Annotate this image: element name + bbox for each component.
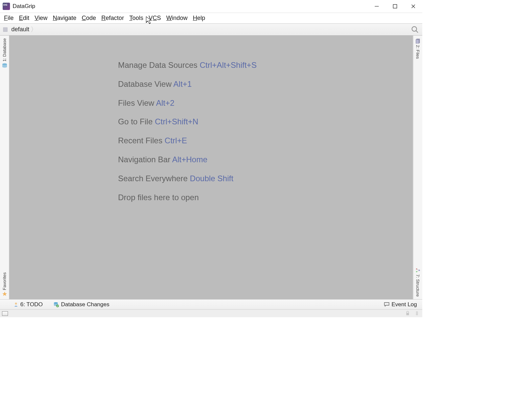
toolwindow-dbchanges[interactable]: Database Changes — [52, 301, 111, 309]
project-icon — [2, 26, 9, 33]
toolwindow-favorites[interactable]: Favorites — [1, 270, 8, 299]
menu-view[interactable]: View — [32, 14, 50, 22]
menubar: File Edit View Navigate Code Refactor To… — [0, 13, 422, 24]
menu-tools[interactable]: Tools — [127, 14, 146, 22]
menu-help[interactable]: Help — [190, 14, 208, 22]
svg-rect-21 — [416, 313, 418, 315]
svg-line-14 — [417, 269, 419, 270]
speech-bubble-icon — [384, 302, 390, 308]
tip-row: Drop files here to open — [118, 193, 257, 202]
svg-line-6 — [416, 31, 418, 33]
star-icon — [2, 291, 7, 297]
minimize-button[interactable] — [367, 0, 386, 13]
svg-rect-4 — [3, 28, 7, 32]
maximize-button[interactable] — [386, 0, 404, 13]
menu-navigate[interactable]: Navigate — [50, 14, 79, 22]
structure-icon — [415, 268, 421, 273]
bottom-toolbar: 6: TODO Database Changes Event Log — [0, 299, 422, 309]
todo-icon — [13, 302, 19, 307]
svg-point-5 — [412, 27, 417, 31]
toolwindow-structure[interactable]: 7: Structure — [415, 265, 421, 299]
svg-point-20 — [416, 311, 418, 313]
toolwindow-todo[interactable]: 6: TODO — [12, 301, 44, 309]
statusbar — [0, 309, 422, 317]
svg-rect-10 — [416, 40, 419, 44]
editor-area[interactable]: Manage Data Sources Ctrl+Alt+Shift+S Dat… — [9, 36, 413, 299]
lock-icon[interactable] — [405, 311, 411, 317]
svg-marker-8 — [2, 292, 7, 296]
toolwindow-files[interactable]: 2: Files — [415, 36, 421, 62]
breadcrumb[interactable]: default — [11, 26, 29, 33]
svg-line-15 — [417, 270, 419, 272]
tip-row: Go to File Ctrl+Shift+N — [118, 117, 257, 127]
tip-row: Navigation Bar Alt+Home — [118, 155, 257, 165]
welcome-tips: Manage Data Sources Ctrl+Alt+Shift+S Dat… — [118, 61, 257, 211]
close-button[interactable] — [404, 0, 422, 13]
menu-window[interactable]: Window — [164, 14, 190, 22]
database-icon — [2, 63, 8, 69]
tip-row: Files View Alt+2 — [118, 98, 257, 108]
right-tool-stripe: 2: Files 7: Structure — [413, 36, 422, 299]
menu-code[interactable]: Code — [79, 14, 99, 22]
menu-file[interactable]: File — [1, 14, 16, 22]
tip-row: Search Everywhere Double Shift — [118, 174, 257, 184]
menu-vcs[interactable]: VCS — [146, 14, 164, 22]
inspector-icon[interactable] — [414, 311, 420, 317]
tip-row: Manage Data Sources Ctrl+Alt+Shift+S — [118, 61, 257, 70]
svg-point-16 — [15, 303, 17, 305]
files-icon — [415, 38, 421, 44]
search-button[interactable] — [410, 25, 420, 34]
left-tool-stripe: 1: Database Favorites — [0, 36, 9, 299]
database-changes-icon — [53, 302, 59, 308]
toolwindow-eventlog[interactable]: Event Log — [382, 301, 418, 309]
app-icon — [3, 3, 10, 10]
chevron-right-icon: 〉 — [31, 25, 37, 34]
menu-edit[interactable]: Edit — [16, 14, 32, 22]
menu-refactor[interactable]: Refactor — [99, 14, 127, 22]
svg-rect-19 — [406, 313, 409, 315]
tip-row: Recent Files Ctrl+E — [118, 136, 257, 146]
navbar: default 〉 — [0, 24, 422, 36]
toolwindow-database[interactable]: 1: Database — [1, 36, 8, 71]
tip-row: Database View Alt+1 — [118, 79, 257, 89]
toolwindows-toggle[interactable] — [2, 311, 8, 316]
app-title: DataGrip — [13, 3, 35, 10]
svg-rect-1 — [393, 5, 397, 8]
titlebar: DataGrip — [0, 0, 422, 13]
